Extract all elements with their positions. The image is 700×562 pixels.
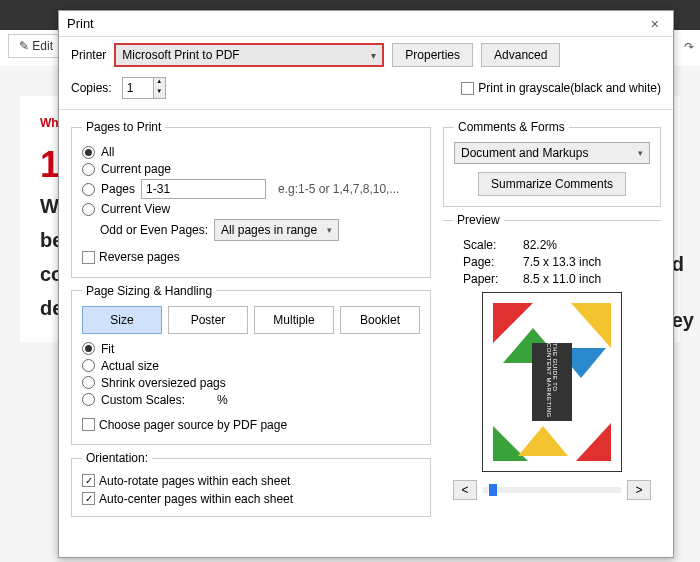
copies-label: Copies: — [71, 81, 112, 95]
radio-custom-label: Custom Scales: — [101, 393, 185, 407]
printer-label: Printer — [71, 48, 106, 62]
preview-thumbnail: THE GUIDE TO CONTENT MARKETING — [482, 292, 622, 472]
choose-source-label: Choose pager source by PDF page — [99, 418, 287, 432]
close-button[interactable]: × — [645, 16, 665, 32]
page-sizing-group: Page Sizing & Handling Size Poster Multi… — [71, 284, 431, 446]
radio-all[interactable] — [82, 146, 95, 159]
tab-size[interactable]: Size — [82, 306, 162, 334]
chevron-down-icon: ▾ — [371, 50, 376, 61]
copies-input[interactable] — [123, 78, 153, 98]
auto-rotate-label: Auto-rotate pages within each sheet — [99, 474, 290, 488]
odd-even-value: All pages in range — [221, 223, 317, 237]
pages-to-print-legend: Pages to Print — [82, 120, 165, 134]
scale-label: Scale: — [463, 238, 523, 252]
comments-value: Document and Markups — [461, 146, 588, 160]
comments-select[interactable]: Document and Markups ▾ — [454, 142, 650, 164]
tab-booklet[interactable]: Booklet — [340, 306, 420, 334]
pages-example: e.g:1-5 or 1,4,7,8,10,... — [278, 182, 399, 196]
comments-legend: Comments & Forms — [454, 120, 569, 134]
radio-current-view-label: Current View — [101, 202, 170, 216]
radio-fit[interactable] — [82, 342, 95, 355]
radio-fit-label: Fit — [101, 342, 114, 356]
radio-shrink[interactable] — [82, 376, 95, 389]
preview-badge: THE GUIDE TO CONTENT MARKETING — [532, 343, 572, 421]
tab-multiple[interactable]: Multiple — [254, 306, 334, 334]
preview-prev-button[interactable]: < — [453, 480, 477, 500]
page-value: 7.5 x 13.3 inch — [523, 255, 601, 269]
reverse-checkbox[interactable] — [82, 251, 95, 264]
radio-actual[interactable] — [82, 359, 95, 372]
page-label: Page: — [463, 255, 523, 269]
odd-even-label: Odd or Even Pages: — [100, 223, 208, 237]
preview-group: Preview Scale:82.2% Page:7.5 x 13.3 inch… — [443, 213, 661, 500]
radio-shrink-label: Shrink oversiezed pags — [101, 376, 226, 390]
titlebar: Print × — [59, 11, 673, 37]
stepper-up[interactable]: ▲ — [154, 78, 165, 88]
preview-legend: Preview — [453, 213, 504, 227]
printer-select[interactable]: Microsoft Print to PDF ▾ — [114, 43, 384, 67]
advanced-button[interactable]: Advanced — [481, 43, 560, 67]
radio-current-view[interactable] — [82, 203, 95, 216]
slider-thumb[interactable] — [489, 484, 497, 496]
custom-unit: % — [217, 393, 228, 407]
tab-poster[interactable]: Poster — [168, 306, 248, 334]
auto-center-label: Auto-center pages within each sheet — [99, 492, 293, 506]
chevron-down-icon: ▾ — [327, 225, 332, 235]
odd-even-select[interactable]: All pages in range ▾ — [214, 219, 339, 241]
stepper-down[interactable]: ▼ — [154, 88, 165, 98]
preview-next-button[interactable]: > — [627, 480, 651, 500]
scale-value: 82.2% — [523, 238, 557, 252]
orientation-legend: Orientation: — [82, 451, 152, 465]
comments-group: Comments & Forms Document and Markups ▾ … — [443, 120, 661, 207]
radio-actual-label: Actual size — [101, 359, 159, 373]
radio-all-label: All — [101, 145, 114, 159]
paper-label: Paper: — [463, 272, 523, 286]
preview-slider[interactable] — [483, 487, 621, 493]
edit-button[interactable]: ✎ Edit — [8, 34, 64, 58]
printer-value: Microsoft Print to PDF — [122, 48, 239, 62]
pencil-icon: ✎ — [19, 39, 29, 53]
orientation-group: Orientation: ✓Auto-rotate pages within e… — [71, 451, 431, 517]
radio-current-page[interactable] — [82, 163, 95, 176]
summarize-button[interactable]: Summarize Comments — [478, 172, 626, 196]
auto-center-checkbox[interactable]: ✓ — [82, 492, 95, 505]
edit-label: Edit — [32, 39, 53, 53]
radio-pages[interactable] — [82, 183, 95, 196]
properties-button[interactable]: Properties — [392, 43, 473, 67]
redo-icon[interactable]: ↷ — [684, 40, 694, 54]
print-dialog: Print × Printer Microsoft Print to PDF ▾… — [58, 10, 674, 558]
auto-rotate-checkbox[interactable]: ✓ — [82, 474, 95, 487]
dialog-title: Print — [67, 16, 94, 31]
paper-value: 8.5 x 11.0 inch — [523, 272, 601, 286]
reverse-label: Reverse pages — [99, 250, 180, 264]
pages-input[interactable] — [141, 179, 266, 199]
bg-right-text: d ey — [672, 250, 694, 334]
radio-current-label: Current page — [101, 162, 171, 176]
bg-line: d — [672, 250, 694, 278]
grayscale-label: Print in grayscale(black and white) — [478, 81, 661, 95]
bg-line: ey — [672, 306, 694, 334]
chevron-down-icon: ▾ — [638, 148, 643, 158]
radio-custom[interactable] — [82, 393, 95, 406]
grayscale-checkbox[interactable] — [461, 82, 474, 95]
radio-pages-label: Pages — [101, 182, 135, 196]
pages-to-print-group: Pages to Print All Current page Pages e.… — [71, 120, 431, 278]
page-sizing-legend: Page Sizing & Handling — [82, 284, 216, 298]
copies-spinner[interactable]: ▲ ▼ — [122, 77, 166, 99]
choose-source-checkbox[interactable] — [82, 418, 95, 431]
